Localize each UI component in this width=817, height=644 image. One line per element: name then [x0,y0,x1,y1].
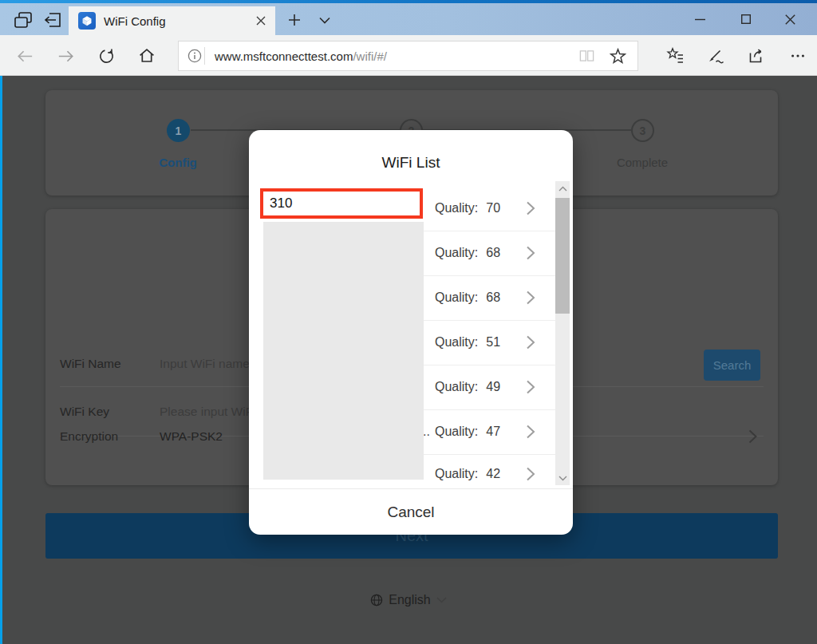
form-label: WiFi Key [60,405,109,419]
refresh-button[interactable] [90,41,122,70]
scroll-up-icon [558,186,567,192]
hub-icon [665,46,685,65]
quality-label: Quality: [435,246,478,260]
back-icon [15,46,35,66]
home-icon [137,46,156,65]
globe-icon [370,594,383,606]
ink-notes-button[interactable] [700,41,732,70]
add-favorite-button[interactable] [610,48,626,65]
ssid-ellipsis: .. [423,425,430,439]
scroll-down-button[interactable] [555,471,570,485]
back-button[interactable] [9,41,41,70]
close-window-button[interactable] [772,3,808,35]
quality-info: .. Quality: 47 [435,409,535,454]
close-icon [256,16,266,26]
quality-value: 51 [486,335,500,350]
share-icon [747,46,766,65]
tab-list-dropdown-button[interactable] [311,8,338,32]
browser-tab[interactable]: WiFi Config [69,6,275,35]
wifi-list-modal: WiFi List 310 Quality: 70 [249,130,573,535]
step-1-label: Config [130,156,226,169]
quality-info: Quality: 42 [435,454,535,493]
step-1-number: 1 [176,124,182,137]
info-icon [187,48,203,64]
step-3-label: Complete [594,156,690,169]
set-tabs-aside-button[interactable] [40,8,67,32]
form-label: WiFi Name [60,357,121,371]
reading-view-icon [578,49,595,63]
step-3-number: 3 [640,124,646,137]
forward-button[interactable] [49,41,81,70]
site-info-button[interactable] [187,48,203,64]
quality-value: 70 [486,201,500,215]
address-bar[interactable]: www.msftconnecttest.com/wifi/#/ [178,41,638,71]
step-1-circle: 1 [167,119,190,142]
ssid-redaction-block [263,222,424,480]
scrollbar-thumb[interactable] [555,198,570,314]
browser-window: WiFi Config [0,0,817,644]
language-selector[interactable]: English [0,591,817,610]
quality-label: Quality: [435,335,478,350]
url-host: www.msftconnecttest.com [215,49,353,63]
tab-preview-button[interactable] [10,8,37,32]
minimize-icon [695,18,705,21]
cancel-button[interactable]: Cancel [249,488,573,535]
hub-button[interactable] [659,41,691,70]
list-scrollbar[interactable] [555,181,570,485]
chevron-right-icon [748,429,757,444]
quality-label: Quality: [435,380,478,394]
form-value: WPA-PSK2 [160,429,223,444]
url-path: /wifi/#/ [353,49,387,63]
quality-info: Quality: 68 [435,275,535,320]
modal-title: WiFi List [249,154,573,180]
share-button[interactable] [740,41,772,70]
new-tab-button[interactable] [281,8,308,32]
chevron-right-icon [526,290,535,305]
ssid-text: 310 [270,196,292,211]
maximize-button[interactable] [728,3,764,35]
quality-info: Quality: 51 [435,320,535,365]
refresh-icon [97,47,116,65]
reading-view-button[interactable] [578,49,595,63]
chevron-right-icon [526,467,535,481]
step-3-circle: 3 [631,119,654,142]
minimize-button[interactable] [682,3,718,35]
addressbar-divider [204,47,205,65]
forward-icon [56,46,76,66]
quality-value: 47 [486,425,500,439]
quality-label: Quality: [435,425,478,439]
set-tabs-aside-icon [43,10,64,30]
titlebar: WiFi Config [0,3,817,35]
quality-label: Quality: [435,290,478,305]
form-label: Encryption [60,429,118,444]
tab-close-button[interactable] [256,16,266,26]
chevron-right-icon [526,380,535,394]
close-icon [785,14,795,25]
ink-pen-icon [706,46,725,65]
window-left-border [0,76,2,644]
selected-wifi-ssid[interactable]: 310 [260,188,423,219]
chevron-right-icon [526,201,535,215]
url-text: www.msftconnecttest.com/wifi/#/ [215,49,578,63]
chevron-right-icon [526,246,535,260]
scroll-down-icon [558,476,567,481]
quality-info: Quality: 49 [435,365,535,409]
chevron-right-icon [526,425,535,439]
quality-info: Quality: 68 [435,231,535,275]
form-placeholder: Input WiFi name [160,357,250,371]
home-button[interactable] [131,41,163,70]
quality-value: 42 [486,467,500,481]
quality-value: 68 [486,246,500,260]
settings-more-button[interactable] [782,41,814,70]
search-button[interactable]: Search [704,350,760,381]
maximize-icon [741,14,751,24]
page-viewport: 1 2 3 Config Complete WiFi Name Input Wi… [0,76,817,644]
quality-label: Quality: [435,467,478,481]
tab-favicon-icon [78,12,96,30]
scroll-up-button[interactable] [555,181,570,196]
chevron-down-icon [436,597,447,603]
chevron-down-icon [319,17,330,24]
quality-info: Quality: 70 [435,186,535,231]
plus-icon [288,14,301,26]
quality-value: 68 [486,290,500,305]
